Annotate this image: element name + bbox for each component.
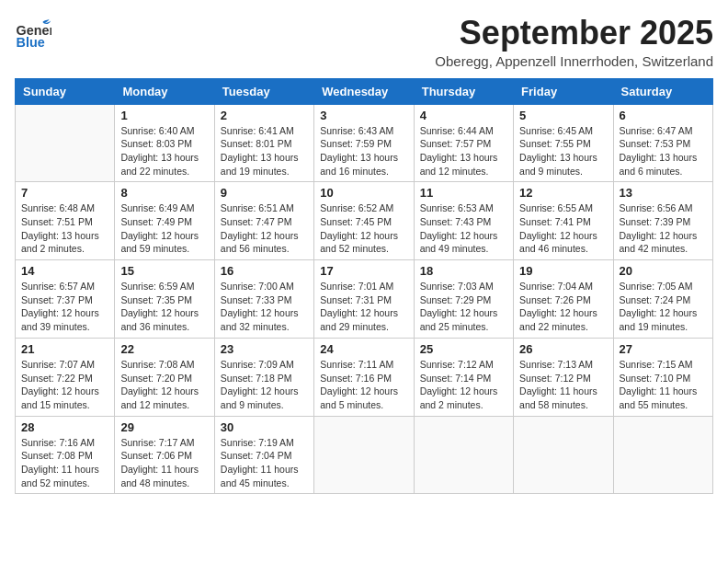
calendar-cell: 30Sunrise: 7:19 AM Sunset: 7:04 PM Dayli… (214, 416, 313, 494)
day-info: Sunrise: 6:40 AM Sunset: 8:03 PM Dayligh… (120, 124, 208, 178)
calendar-week-row: 1Sunrise: 6:40 AM Sunset: 8:03 PM Daylig… (16, 104, 713, 182)
calendar-cell: 2Sunrise: 6:41 AM Sunset: 8:01 PM Daylig… (214, 104, 313, 182)
calendar-cell: 24Sunrise: 7:11 AM Sunset: 7:16 PM Dayli… (314, 338, 414, 416)
day-number: 28 (21, 420, 108, 434)
day-info: Sunrise: 7:19 AM Sunset: 7:04 PM Dayligh… (221, 436, 308, 490)
calendar-cell: 29Sunrise: 7:17 AM Sunset: 7:06 PM Dayli… (115, 416, 214, 494)
header-tuesday: Tuesday (214, 78, 313, 104)
day-info: Sunrise: 6:59 AM Sunset: 7:35 PM Dayligh… (120, 280, 208, 334)
day-number: 21 (21, 342, 108, 356)
calendar-cell: 9Sunrise: 6:51 AM Sunset: 7:47 PM Daylig… (214, 182, 313, 260)
day-info: Sunrise: 7:00 AM Sunset: 7:33 PM Dayligh… (221, 280, 308, 334)
day-info: Sunrise: 7:17 AM Sunset: 7:06 PM Dayligh… (120, 436, 208, 490)
day-info: Sunrise: 7:09 AM Sunset: 7:18 PM Dayligh… (221, 358, 308, 412)
day-number: 19 (519, 264, 607, 278)
calendar-cell (514, 416, 613, 494)
day-info: Sunrise: 6:49 AM Sunset: 7:49 PM Dayligh… (120, 201, 208, 256)
calendar-cell: 8Sunrise: 6:49 AM Sunset: 7:49 PM Daylig… (115, 182, 214, 260)
day-info: Sunrise: 6:41 AM Sunset: 8:01 PM Dayligh… (221, 124, 308, 178)
calendar-cell: 23Sunrise: 7:09 AM Sunset: 7:18 PM Dayli… (214, 338, 313, 416)
location: Oberegg, Appenzell Innerrhoden, Switzerl… (435, 53, 713, 69)
month-title: September 2025 (435, 15, 713, 52)
day-number: 18 (420, 264, 507, 278)
day-number: 4 (420, 109, 507, 122)
day-info: Sunrise: 6:57 AM Sunset: 7:37 PM Dayligh… (21, 280, 108, 334)
day-number: 17 (320, 264, 407, 278)
day-number: 10 (320, 186, 407, 200)
calendar-cell (414, 416, 513, 494)
day-number: 5 (519, 109, 607, 122)
day-info: Sunrise: 6:55 AM Sunset: 7:41 PM Dayligh… (519, 201, 607, 256)
title-section: September 2025 Oberegg, Appenzell Innerr… (435, 15, 713, 69)
calendar-cell: 12Sunrise: 6:55 AM Sunset: 7:41 PM Dayli… (514, 182, 613, 260)
header-monday: Monday (115, 78, 214, 104)
calendar-header-row: Sunday Monday Tuesday Wednesday Thursday… (16, 78, 713, 104)
day-number: 12 (519, 186, 607, 200)
day-info: Sunrise: 7:15 AM Sunset: 7:10 PM Dayligh… (620, 358, 707, 412)
calendar-cell: 22Sunrise: 7:08 AM Sunset: 7:20 PM Dayli… (115, 338, 214, 416)
svg-text:Blue: Blue (17, 35, 45, 50)
calendar-week-row: 7Sunrise: 6:48 AM Sunset: 7:51 PM Daylig… (16, 182, 713, 260)
header-thursday: Thursday (414, 78, 513, 104)
day-number: 30 (221, 420, 308, 434)
calendar-week-row: 14Sunrise: 6:57 AM Sunset: 7:37 PM Dayli… (16, 260, 713, 339)
page-header: General Blue General Blue September 2025… (15, 15, 713, 69)
day-info: Sunrise: 7:11 AM Sunset: 7:16 PM Dayligh… (320, 358, 407, 412)
calendar-week-row: 28Sunrise: 7:16 AM Sunset: 7:08 PM Dayli… (16, 416, 713, 494)
day-info: Sunrise: 6:44 AM Sunset: 7:57 PM Dayligh… (420, 124, 507, 178)
day-number: 20 (620, 264, 707, 278)
day-number: 3 (320, 109, 407, 122)
day-number: 24 (320, 342, 407, 356)
day-number: 27 (620, 342, 707, 356)
calendar-cell: 7Sunrise: 6:48 AM Sunset: 7:51 PM Daylig… (16, 182, 115, 260)
day-number: 14 (21, 264, 108, 278)
day-number: 2 (221, 109, 308, 122)
day-info: Sunrise: 7:03 AM Sunset: 7:29 PM Dayligh… (420, 280, 507, 334)
calendar-cell (16, 104, 115, 182)
day-number: 8 (120, 186, 208, 200)
calendar-cell: 19Sunrise: 7:04 AM Sunset: 7:26 PM Dayli… (514, 260, 613, 339)
day-info: Sunrise: 7:16 AM Sunset: 7:08 PM Dayligh… (21, 436, 108, 490)
day-number: 1 (120, 109, 208, 122)
day-info: Sunrise: 6:51 AM Sunset: 7:47 PM Dayligh… (221, 201, 308, 256)
day-info: Sunrise: 7:12 AM Sunset: 7:14 PM Dayligh… (420, 358, 507, 412)
calendar-cell: 11Sunrise: 6:53 AM Sunset: 7:43 PM Dayli… (414, 182, 513, 260)
calendar-cell: 20Sunrise: 7:05 AM Sunset: 7:24 PM Dayli… (613, 260, 712, 339)
day-info: Sunrise: 7:13 AM Sunset: 7:12 PM Dayligh… (519, 358, 607, 412)
calendar-cell: 13Sunrise: 6:56 AM Sunset: 7:39 PM Dayli… (613, 182, 712, 260)
calendar-cell: 14Sunrise: 6:57 AM Sunset: 7:37 PM Dayli… (16, 260, 115, 339)
day-number: 23 (221, 342, 308, 356)
day-number: 13 (620, 186, 707, 200)
calendar-week-row: 21Sunrise: 7:07 AM Sunset: 7:22 PM Dayli… (16, 338, 713, 416)
day-number: 16 (221, 264, 308, 278)
header-friday: Friday (514, 78, 613, 104)
day-number: 6 (620, 109, 707, 122)
calendar-cell: 18Sunrise: 7:03 AM Sunset: 7:29 PM Dayli… (414, 260, 513, 339)
day-info: Sunrise: 6:48 AM Sunset: 7:51 PM Dayligh… (21, 201, 108, 256)
day-number: 9 (221, 186, 308, 200)
calendar-cell: 26Sunrise: 7:13 AM Sunset: 7:12 PM Dayli… (514, 338, 613, 416)
day-info: Sunrise: 6:56 AM Sunset: 7:39 PM Dayligh… (620, 201, 707, 256)
day-number: 15 (120, 264, 208, 278)
logo: General Blue General Blue (15, 15, 51, 52)
header-saturday: Saturday (613, 78, 712, 104)
calendar-cell: 10Sunrise: 6:52 AM Sunset: 7:45 PM Dayli… (314, 182, 414, 260)
calendar-cell: 1Sunrise: 6:40 AM Sunset: 8:03 PM Daylig… (115, 104, 214, 182)
calendar-cell (613, 416, 712, 494)
header-sunday: Sunday (16, 78, 115, 104)
calendar-cell: 5Sunrise: 6:45 AM Sunset: 7:55 PM Daylig… (514, 104, 613, 182)
calendar-cell: 21Sunrise: 7:07 AM Sunset: 7:22 PM Dayli… (16, 338, 115, 416)
day-number: 26 (519, 342, 607, 356)
day-info: Sunrise: 7:08 AM Sunset: 7:20 PM Dayligh… (120, 358, 208, 412)
calendar-cell: 27Sunrise: 7:15 AM Sunset: 7:10 PM Dayli… (613, 338, 712, 416)
day-number: 11 (420, 186, 507, 200)
day-info: Sunrise: 6:52 AM Sunset: 7:45 PM Dayligh… (320, 201, 407, 256)
calendar-table: Sunday Monday Tuesday Wednesday Thursday… (15, 78, 713, 495)
calendar-cell: 3Sunrise: 6:43 AM Sunset: 7:59 PM Daylig… (314, 104, 414, 182)
calendar-cell: 25Sunrise: 7:12 AM Sunset: 7:14 PM Dayli… (414, 338, 513, 416)
calendar-cell: 28Sunrise: 7:16 AM Sunset: 7:08 PM Dayli… (16, 416, 115, 494)
day-info: Sunrise: 7:04 AM Sunset: 7:26 PM Dayligh… (519, 280, 607, 334)
header-wednesday: Wednesday (314, 78, 414, 104)
day-info: Sunrise: 6:53 AM Sunset: 7:43 PM Dayligh… (420, 201, 507, 256)
day-info: Sunrise: 6:43 AM Sunset: 7:59 PM Dayligh… (320, 124, 407, 178)
